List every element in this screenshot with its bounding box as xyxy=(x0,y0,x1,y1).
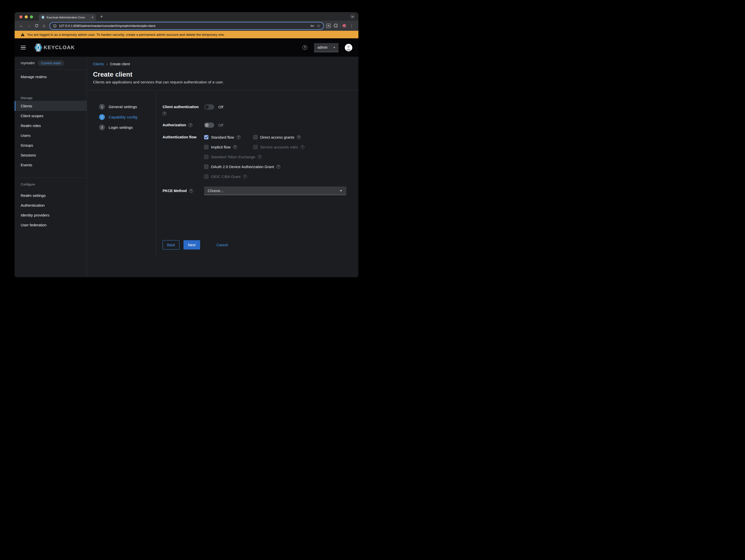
help-icon[interactable]: ? xyxy=(277,165,280,169)
authentication-flow-label: Authentication flow xyxy=(163,135,197,140)
help-icon[interactable]: ? xyxy=(237,135,240,139)
back-button[interactable]: ← xyxy=(18,22,25,30)
flow-option-service-accounts-roles[interactable]: Service accounts roles? xyxy=(253,145,304,149)
reload-button[interactable] xyxy=(33,22,40,30)
flow-option-row: Standard Token Exchange? xyxy=(204,152,346,162)
back-step-button[interactable]: Back xyxy=(163,240,180,250)
help-icon[interactable]: ? xyxy=(243,175,247,178)
user-dropdown[interactable]: admin ▾ xyxy=(314,43,338,52)
help-icon[interactable]: ? xyxy=(189,123,192,127)
checkbox-label[interactable]: Implicit flow xyxy=(211,145,231,149)
help-icon[interactable]: ? xyxy=(163,112,166,116)
minimize-window-button[interactable] xyxy=(25,15,28,19)
extensions-puzzle-icon[interactable] xyxy=(334,24,338,28)
temporary-admin-warning-banner: You are logged in as a temporary admin u… xyxy=(14,31,358,38)
checkbox-label[interactable]: Standard Token Exchange xyxy=(211,155,255,159)
help-icon[interactable]: ? xyxy=(233,145,237,149)
help-icon[interactable]: ? xyxy=(297,135,301,139)
sidebar-item-clients[interactable]: Clients xyxy=(14,101,87,111)
sidebar-item-sessions[interactable]: Sessions xyxy=(14,150,87,160)
flow-option-standard-flow[interactable]: Standard flow? xyxy=(204,135,253,139)
warning-triangle-icon xyxy=(21,33,25,36)
notion-extension-icon[interactable]: N xyxy=(326,24,331,28)
site-info-icon[interactable] xyxy=(53,24,57,28)
realm-switcher[interactable]: myrealm Current realm xyxy=(14,57,87,69)
user-avatar[interactable] xyxy=(345,44,352,52)
home-button[interactable]: ⌂ xyxy=(40,22,48,30)
sidebar-item-authentication[interactable]: Authentication xyxy=(14,200,87,210)
help-icon[interactable]: ? xyxy=(301,145,304,149)
forward-button[interactable]: → xyxy=(25,22,33,30)
flow-option-standard-token-exchange[interactable]: Standard Token Exchange? xyxy=(204,155,262,159)
sidebar-item-realm-roles[interactable]: Realm roles xyxy=(14,121,87,131)
tab-search-button[interactable] xyxy=(350,14,355,19)
chevron-down-icon xyxy=(351,16,354,18)
flow-option-oidc-ciba-grant[interactable]: OIDC CIBA Grant? xyxy=(204,174,247,179)
cancel-button[interactable]: Cancel xyxy=(217,240,228,250)
client-authentication-label: Client authentication xyxy=(163,104,199,110)
bookmark-star-icon[interactable]: ☆ xyxy=(317,24,320,28)
checkbox-label[interactable]: Service accounts roles xyxy=(260,145,298,149)
flow-option-direct-access-grants[interactable]: Direct access grants? xyxy=(253,135,301,139)
nav-group-configure: Realm settingsAuthenticationIdentity pro… xyxy=(14,191,87,230)
checkbox-label[interactable]: Standard flow xyxy=(211,135,234,139)
close-window-button[interactable] xyxy=(20,15,23,19)
nav-toggle-hamburger-icon[interactable] xyxy=(21,45,26,50)
browser-profile-avatar[interactable] xyxy=(343,24,346,28)
password-key-icon[interactable] xyxy=(310,24,315,28)
sidebar-item-client-scopes[interactable]: Client scopes xyxy=(14,111,87,121)
help-icon[interactable]: ? xyxy=(258,155,262,159)
wizard-step-login-settings[interactable]: 3Login settings xyxy=(99,125,156,130)
client-authentication-toggle[interactable] xyxy=(204,104,214,110)
browser-menu-kebab-icon[interactable]: ⋮ xyxy=(348,22,355,30)
sidebar-item-realm-settings[interactable]: Realm settings xyxy=(14,191,87,200)
new-tab-button[interactable]: + xyxy=(98,13,105,20)
help-icon[interactable]: ? xyxy=(302,45,307,50)
authorization-toggle[interactable] xyxy=(204,123,214,128)
checkbox-unchecked[interactable] xyxy=(253,135,258,139)
checkbox-label[interactable]: OAuth 2.0 Device Authorization Grant xyxy=(211,165,274,169)
checkbox-label[interactable]: OIDC CIBA Grant xyxy=(211,174,241,179)
sidebar-item-users[interactable]: Users xyxy=(14,131,87,140)
person-icon xyxy=(345,44,352,52)
checkbox-checked[interactable] xyxy=(204,135,208,139)
browser-tab[interactable]: Keycloak Administration Cons × xyxy=(39,14,96,21)
sidebar-item-user-federation[interactable]: User federation xyxy=(14,220,87,230)
step-label: Capability config xyxy=(109,115,137,120)
sidebar-item-groups[interactable]: Groups xyxy=(14,140,87,150)
authorization-label: Authorization xyxy=(163,123,186,128)
maximize-window-button[interactable] xyxy=(30,15,33,19)
checkbox-unchecked[interactable] xyxy=(204,145,208,149)
tab-close-icon[interactable]: × xyxy=(92,15,94,19)
pkce-method-select[interactable]: Choose... ▾ xyxy=(204,187,346,195)
breadcrumb-clients-link[interactable]: Clients xyxy=(93,62,104,66)
wizard-step-general-settings[interactable]: 1General settings xyxy=(99,104,156,110)
flow-option-row: Implicit flow?Service accounts roles? xyxy=(204,142,346,152)
step-number: 3 xyxy=(99,125,105,130)
sidebar-item-manage-realms[interactable]: Manage realms xyxy=(14,70,87,84)
checkbox-unchecked[interactable] xyxy=(204,174,208,179)
checkbox-unchecked[interactable] xyxy=(253,145,258,149)
sidebar-item-identity-providers[interactable]: Identity providers xyxy=(14,210,87,220)
help-icon[interactable]: ? xyxy=(189,189,193,193)
flow-option-row: OIDC CIBA Grant? xyxy=(204,172,346,182)
flow-option-oauth-2-0-device-authorization-grant[interactable]: OAuth 2.0 Device Authorization Grant? xyxy=(204,165,280,169)
realm-name: myrealm xyxy=(21,61,35,65)
keycloak-brand[interactable]: KEYCLOAK xyxy=(34,43,75,52)
flow-option-implicit-flow[interactable]: Implicit flow? xyxy=(204,145,253,149)
next-step-button[interactable]: Next xyxy=(184,240,200,250)
step-label: Login settings xyxy=(109,125,133,130)
checkbox-unchecked[interactable] xyxy=(204,155,208,159)
nav-group-manage: ClientsClient scopesRealm rolesUsersGrou… xyxy=(14,101,87,170)
wizard-step-capability-config[interactable]: 2Capability config xyxy=(99,114,156,120)
checkbox-unchecked[interactable] xyxy=(204,165,208,169)
address-bar[interactable]: 127.0.0.1:8080/admin/master/console/#/my… xyxy=(50,22,324,30)
authentication-flow-row: Authentication flow Standard flow?Direct… xyxy=(163,132,346,182)
nav-group-label-manage: Manage xyxy=(14,96,87,100)
breadcrumb: Clients › Create client xyxy=(93,62,352,66)
checkbox-label[interactable]: Direct access grants xyxy=(260,135,294,139)
url-text[interactable]: 127.0.0.1:8080/admin/master/console/#/my… xyxy=(59,24,308,28)
step-number: 2 xyxy=(99,114,105,120)
authorization-value: Off xyxy=(218,123,223,127)
sidebar-item-events[interactable]: Events xyxy=(14,160,87,170)
